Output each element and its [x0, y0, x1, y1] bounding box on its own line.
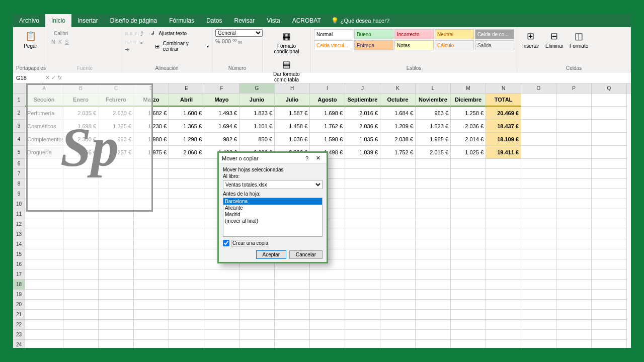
cell[interactable] [592, 259, 627, 269]
cell[interactable] [310, 320, 345, 330]
cell[interactable] [416, 259, 451, 269]
cell[interactable]: 18.109 € [486, 133, 521, 146]
col-header-O[interactable]: O [521, 83, 556, 93]
cell[interactable] [380, 300, 416, 310]
cell[interactable]: Febrero [99, 94, 134, 107]
cell[interactable] [380, 269, 416, 280]
cell[interactable] [99, 189, 134, 199]
cell[interactable]: 1.025 € [451, 146, 486, 159]
cell[interactable] [63, 169, 99, 179]
cell[interactable] [416, 249, 451, 259]
cell[interactable]: 1.684 € [380, 107, 416, 120]
cell[interactable]: Marzo [134, 94, 169, 107]
cell[interactable] [592, 239, 627, 249]
cell[interactable]: Cosméticos [25, 120, 63, 133]
cell[interactable] [416, 269, 451, 280]
cell[interactable]: 18.437 € [486, 120, 521, 133]
cell[interactable]: 1.600 € [169, 107, 204, 120]
cell[interactable]: Octubre [380, 94, 416, 107]
cell[interactable] [25, 290, 63, 300]
cell[interactable] [99, 269, 134, 280]
cell[interactable] [345, 219, 380, 229]
cell[interactable] [99, 239, 134, 249]
cell[interactable] [239, 340, 275, 348]
cell[interactable]: 1.698 € [310, 107, 345, 120]
col-header-H[interactable]: H [275, 83, 310, 93]
cell[interactable]: 1.493 € [204, 107, 239, 120]
cell[interactable] [99, 209, 134, 219]
cell[interactable] [99, 290, 134, 300]
spreadsheet-body[interactable]: SecciónEneroFebreroMarzoAbrilMayoJunioJu… [25, 94, 631, 348]
cell[interactable] [416, 310, 451, 320]
cell[interactable] [416, 199, 451, 209]
cell[interactable] [275, 269, 310, 280]
cell[interactable] [345, 300, 380, 310]
cell[interactable] [63, 280, 99, 290]
cell[interactable] [25, 179, 63, 189]
merge-center-button[interactable]: Combinar y centrar [160, 39, 206, 53]
cell[interactable] [592, 209, 627, 219]
cell[interactable] [63, 259, 99, 269]
cell[interactable] [380, 199, 416, 209]
cell[interactable]: 1.258 € [451, 107, 486, 120]
cell[interactable] [592, 219, 627, 229]
cell[interactable] [239, 330, 275, 340]
cell[interactable] [204, 320, 239, 330]
cell[interactable] [486, 290, 521, 300]
cell[interactable] [204, 330, 239, 340]
col-header-I[interactable]: I [310, 83, 345, 93]
dialog-close-button[interactable]: ✕ [312, 155, 324, 161]
cell[interactable]: 2.300 € [63, 133, 99, 146]
cell[interactable] [345, 340, 380, 348]
cell[interactable]: 19.411 € [486, 146, 521, 159]
cell[interactable] [134, 249, 169, 259]
cell[interactable] [25, 340, 63, 348]
cell[interactable] [556, 209, 592, 219]
cell[interactable] [556, 229, 592, 239]
cell[interactable] [521, 199, 556, 209]
row-header-15[interactable]: 15 [13, 249, 25, 259]
sheet-listbox[interactable]: BarcelonaAlicanteMadrid(mover al final) [223, 198, 323, 237]
cell[interactable] [169, 219, 204, 229]
cell[interactable] [134, 280, 169, 290]
cell[interactable] [239, 320, 275, 330]
cell[interactable] [239, 269, 275, 280]
cell[interactable] [486, 259, 521, 269]
cell[interactable] [63, 199, 99, 209]
cell[interactable] [556, 269, 592, 280]
col-header-N[interactable]: N [486, 83, 521, 93]
cell[interactable] [451, 259, 486, 269]
cell[interactable] [25, 320, 63, 330]
cell[interactable] [451, 340, 486, 348]
cell[interactable] [169, 310, 204, 320]
cell[interactable] [99, 300, 134, 310]
cell[interactable] [345, 249, 380, 259]
cell[interactable] [556, 219, 592, 229]
cell[interactable] [345, 280, 380, 290]
col-header-E[interactable]: E [169, 83, 204, 93]
cell[interactable] [169, 249, 204, 259]
cell[interactable] [592, 290, 627, 300]
cell[interactable] [521, 179, 556, 189]
cell[interactable] [134, 259, 169, 269]
cell[interactable] [486, 239, 521, 249]
cell[interactable] [134, 269, 169, 280]
cell[interactable] [134, 219, 169, 229]
cell[interactable]: 963 € [416, 107, 451, 120]
col-header-A[interactable]: A [25, 83, 63, 93]
cell[interactable]: 2.630 € [99, 107, 134, 120]
cell[interactable] [99, 310, 134, 320]
cell[interactable]: 1.039 € [345, 146, 380, 159]
number-format-select[interactable]: General [215, 29, 263, 37]
cell[interactable] [521, 340, 556, 348]
cell[interactable] [556, 239, 592, 249]
cell[interactable] [169, 179, 204, 189]
cell[interactable] [521, 320, 556, 330]
cell[interactable] [99, 199, 134, 209]
cell[interactable] [416, 179, 451, 189]
cell[interactable] [63, 290, 99, 300]
cell[interactable] [169, 239, 204, 249]
dialog-help-button[interactable]: ? [301, 155, 312, 161]
cell[interactable] [416, 159, 451, 169]
row-header-23[interactable]: 23 [13, 330, 25, 340]
